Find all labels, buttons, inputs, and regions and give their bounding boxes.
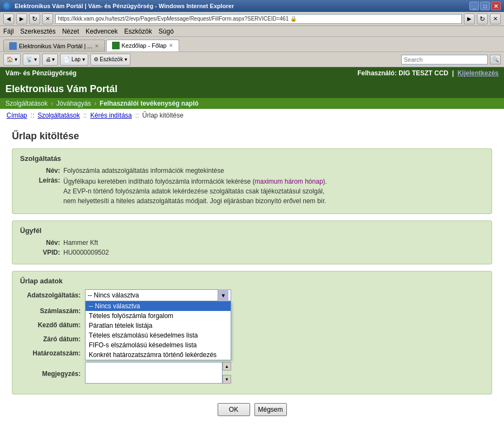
dropdown-selected-value: -- Nincs választva [88, 291, 139, 299]
service-desc-value: Ügyfélkapu keretében indítható folyószám… [63, 177, 334, 206]
menu-favorites[interactable]: Kedvencek [86, 28, 117, 35]
logout-link[interactable]: Kijelentkezés [457, 69, 499, 77]
nav-item-0[interactable]: Szolgáltatások [5, 100, 48, 107]
form-row-megjegyzes: Megjegyzés: ▲ ▼ [20, 362, 484, 385]
nav-item-2[interactable]: Felhasználói tevékenység napló [100, 100, 199, 107]
service-section-title: Szolgáltatás [20, 154, 484, 163]
client-vpid-row: VPID: HU0000009502 [20, 249, 484, 256]
breadcrumb-request[interactable]: Kérés indítása [90, 112, 132, 119]
stop-button[interactable]: ✕ [42, 14, 53, 24]
user-label: Felhasználó: DIG TESZT CCD [357, 69, 448, 77]
back-button[interactable]: ◀ [3, 14, 14, 24]
close-button[interactable]: ✕ [491, 2, 501, 10]
address-bar: ◀ ▶ ↻ ✕ https://kkk.vam.gov.hu/teszt/2/e… [0, 12, 504, 26]
breadcrumb: Címlap :: Szolgáltatások :: Kérés indítá… [0, 109, 504, 122]
tools-button2[interactable]: ⚙ Eszközök ▾ [90, 54, 130, 66]
tab-1-close[interactable]: ✕ [169, 43, 173, 48]
service-desc-label: Leírás: [20, 177, 63, 206]
form-section: Űrlap adatok Adatszolgáltatás: -- Nincs … [12, 271, 492, 394]
service-name-row: Név: Folyószámla adatszolgáltatás inform… [20, 167, 484, 174]
tabs-bar: Elektronikus Vám Portál | ... ✕ Kezdőlap… [0, 37, 504, 52]
client-name-label: Név: [20, 239, 63, 247]
home-button[interactable]: 🏠 ▾ [3, 54, 21, 66]
breadcrumb-sep3: :: [135, 112, 141, 119]
megjegyzes-textarea[interactable] [85, 362, 222, 384]
browser-icon [3, 2, 11, 10]
scroll-up-btn[interactable]: ▲ [222, 362, 231, 371]
print-button[interactable]: 🖨 ▾ [42, 54, 58, 66]
breadcrumb-sep1: :: [30, 112, 36, 119]
menu-bar: Fájl Szerkesztés Nézet Kedvencek Eszközö… [0, 26, 504, 37]
form-row-adatszolgaltatas: Adatszolgáltatás: -- Nincs választva ▼ -… [20, 289, 484, 301]
ok-button[interactable]: OK [218, 403, 250, 416]
stop2-button[interactable]: ✕ [490, 14, 501, 24]
tab-0-icon [9, 42, 17, 50]
breadcrumb-home[interactable]: Címlap [6, 112, 27, 119]
dropdown-option-1[interactable]: Tételes folyószámla forgalom [86, 311, 231, 321]
breadcrumb-services[interactable]: Szolgáltatások [37, 112, 80, 119]
menu-view[interactable]: Nézet [62, 28, 79, 35]
address-field[interactable]: https://kkk.vam.gov.hu/teszt/2/evp/Pages… [55, 14, 462, 24]
adatszolgaltatas-dropdown-list: -- Nincs választva Tételes folyószámla f… [85, 301, 231, 360]
tab-1[interactable]: Kezdőlap - Főlap ✕ [106, 40, 179, 51]
tab-1-label: Kezdőlap - Főlap [122, 42, 167, 49]
adatszolgaltatas-dropdown[interactable]: -- Nincs választva ▼ [85, 289, 231, 301]
menu-tools[interactable]: Eszközök [124, 28, 152, 35]
minimize-button[interactable]: _ [469, 2, 479, 10]
cancel-button[interactable]: Mégsem [254, 403, 287, 416]
dropdown-option-3[interactable]: Tételes elszámolású késedelmes lista [86, 330, 231, 340]
dropdown-option-5[interactable]: Konkrét határozatszámra történő lekérdez… [86, 350, 231, 360]
service-name-value: Folyószámla adatszolgáltatás információk… [63, 167, 224, 174]
site-title-bar: Elektronikus Vám Portál [0, 79, 504, 98]
address-text: https://kkk.vam.gov.hu/teszt/2/evp/Pages… [58, 16, 289, 22]
page-button[interactable]: 📄 Lap ▾ [60, 54, 88, 66]
nav-sep-0: › [51, 100, 53, 107]
search-input[interactable] [401, 55, 488, 64]
form-label-szamlaszam: Számlaszám: [20, 307, 85, 315]
scroll-down-btn[interactable]: ▼ [222, 375, 231, 384]
nav-sep-1: › [94, 100, 96, 107]
tab-0[interactable]: Elektronikus Vám Portál | ... ✕ [3, 40, 105, 51]
forward-button[interactable]: ▶ [16, 14, 27, 24]
purple-text: maximum három hónap [255, 178, 323, 185]
service-name-label: Név: [20, 167, 63, 174]
page-title: Űrlap kitöltése [12, 131, 492, 142]
form-section-title: Űrlap adatok [20, 277, 484, 285]
window-title: Elektronikus Vám Portál | Vám- és Pénzüg… [15, 3, 469, 9]
form-label-hatarozatszam: Határozatszám: [20, 349, 85, 357]
form-buttons: OK Mégsem [12, 403, 492, 416]
main-content: Űrlap kitöltése Szolgáltatás Név: Folyós… [6, 125, 498, 427]
nav-item-1[interactable]: Jóváhagyás [56, 100, 91, 107]
org-name: Vám- és Pénzügyőrség [5, 69, 76, 77]
breadcrumb-current: Űrlap kitöltése [142, 112, 184, 119]
refresh-button[interactable]: ↻ [29, 14, 40, 24]
menu-help[interactable]: Súgó [159, 28, 174, 35]
maximize-button[interactable]: □ [480, 2, 490, 10]
menu-file[interactable]: Fájl [3, 28, 14, 35]
nav-bar: Szolgáltatások › Jóváhagyás › Felhasznál… [0, 98, 504, 109]
client-name-row: Név: Hammer Kft [20, 239, 484, 247]
client-vpid-value: HU0000009502 [63, 249, 109, 256]
client-name-value: Hammer Kft [63, 239, 98, 247]
toolbar2: 🏠 ▾ 📡 ▾ 🖨 ▾ 📄 Lap ▾ ⚙ Eszközök ▾ 🔍 [0, 52, 504, 67]
title-bar: Elektronikus Vám Portál | Vám- és Pénzüg… [0, 0, 504, 12]
dropdown-option-0[interactable]: -- Nincs választva [86, 301, 231, 311]
lock-icon: 🔒 [290, 16, 297, 22]
tab-0-close[interactable]: ✕ [95, 43, 99, 49]
dropdown-option-4[interactable]: FIFO-s elszámolású késedelmes lista [86, 340, 231, 350]
form-label-adatszolgaltatas: Adatszolgáltatás: [20, 291, 85, 299]
site-title: Elektronikus Vám Portál [5, 83, 117, 94]
megjegyzes-wrapper: ▲ ▼ [85, 362, 231, 385]
tab-1-icon [112, 42, 120, 49]
dropdown-option-2[interactable]: Páratlan tételek listája [86, 321, 231, 330]
dropdown-arrow[interactable]: ▼ [218, 289, 228, 301]
menu-edit[interactable]: Szerkesztés [20, 28, 55, 35]
client-section: Ügyfél Név: Hammer Kft VPID: HU000000950… [12, 221, 492, 264]
client-section-title: Ügyfél [20, 226, 484, 235]
refresh2-button[interactable]: ↻ [477, 14, 488, 24]
search-button[interactable]: 🔍 [490, 55, 501, 64]
adatszolgaltatas-dropdown-container: -- Nincs választva ▼ -- Nincs választva … [85, 289, 231, 301]
go-button[interactable]: ▶ [464, 14, 475, 24]
user-info: Felhasználó: DIG TESZT CCD | Kijelentkez… [357, 69, 499, 77]
feeds-button[interactable]: 📡 ▾ [23, 54, 40, 66]
